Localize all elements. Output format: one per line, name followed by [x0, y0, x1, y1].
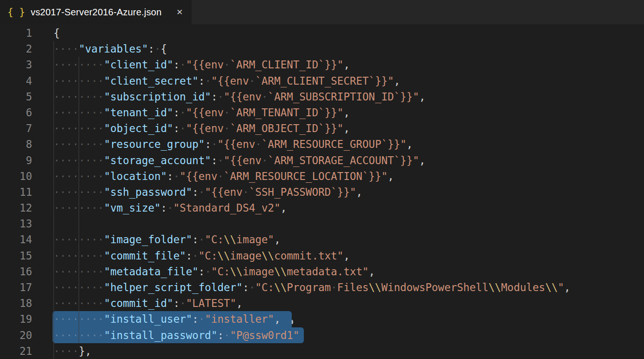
code-line[interactable]: 12········"vm_size":·"Standard_DS4_v2",: [0, 200, 644, 216]
token-string: "LATEST": [186, 297, 236, 309]
token-punctuation: ,: [356, 186, 362, 198]
line-number[interactable]: 4: [0, 73, 32, 89]
token-string: "{{env: [205, 186, 242, 198]
code-line[interactable]: 9········"storage_account":·"{{env·`ARM_…: [0, 153, 644, 168]
code-line[interactable]: 14········"image_folder":·"C:\\image",: [0, 232, 644, 247]
json-file-icon: { }: [7, 7, 25, 18]
line-number[interactable]: 11: [0, 184, 32, 200]
token-string: metadata.txt": [287, 266, 369, 278]
code-line-content[interactable]: ········"commit_id":·"LATEST",: [54, 295, 644, 311]
line-number[interactable]: 5: [0, 89, 32, 105]
code-line[interactable]: 1{: [0, 25, 644, 41]
token-punctuation: ,: [407, 138, 413, 150]
token-escape: \\: [545, 281, 558, 293]
token-whitespace: ·: [205, 266, 211, 278]
code-line[interactable]: 15········"commit_file":·"C:\\image\\com…: [0, 248, 644, 264]
code-line[interactable]: 18········"commit_id":·"LATEST",: [0, 295, 644, 311]
token-string: "{{env: [186, 59, 223, 71]
token-whitespace: ·: [249, 281, 255, 293]
line-number[interactable]: 9: [0, 153, 32, 168]
tab-close-icon[interactable]: ✕: [174, 7, 185, 18]
token-punctuation: ,: [343, 106, 350, 119]
code-line-content[interactable]: ········"image_folder":·"C:\\image",: [54, 232, 644, 247]
code-line[interactable]: 20········"install_password":·"P@ssw0rd1…: [0, 327, 644, 343]
line-number[interactable]: 13: [0, 216, 32, 232]
code-line[interactable]: 3········"client_id":·"{{env·`ARM_CLIENT…: [0, 57, 644, 73]
code-line-content[interactable]: ········"object_id":·"{{env·`ARM_OBJECT_…: [54, 120, 644, 136]
line-number[interactable]: 6: [0, 105, 32, 120]
token-whitespace: ·: [262, 91, 268, 103]
code-line[interactable]: 2····"variables":·{: [0, 41, 644, 57]
code-line[interactable]: 11········"ssh_password":·"{{env·`SSH_PA…: [0, 184, 644, 200]
line-number[interactable]: 10: [0, 168, 32, 184]
line-number[interactable]: 1: [0, 25, 32, 41]
code-line-content[interactable]: ····},: [54, 343, 644, 359]
code-line-content[interactable]: ········"metadata_file":·"C:\\image\\met…: [54, 264, 644, 279]
token-key: "resource_group": [104, 138, 205, 150]
code-line-content[interactable]: ········"tenant_id":·"{{env·`ARM_TENANT_…: [54, 105, 644, 120]
code-line[interactable]: 13: [0, 216, 644, 232]
code-line[interactable]: 21····},: [0, 343, 644, 359]
code-line-content[interactable]: ········"vm_size":·"Standard_DS4_v2",: [54, 200, 644, 216]
line-number[interactable]: 7: [0, 120, 32, 136]
line-number[interactable]: 3: [0, 57, 32, 73]
code-line[interactable]: 4········"client_secret":·"{{env·`ARM_CL…: [0, 73, 644, 89]
code-line[interactable]: 8········"resource_group":·"{{env·`ARM_R…: [0, 136, 644, 152]
line-number[interactable]: 12: [0, 200, 32, 216]
code-line[interactable]: 19········"install_user":·"installer",: [0, 311, 644, 327]
code-line-content[interactable]: ········"client_secret":·"{{env·`ARM_CLI…: [54, 73, 644, 89]
token-whitespace: ····: [54, 43, 79, 55]
code-line-content[interactable]: ········"commit_file":·"C:\\image\\commi…: [54, 248, 644, 264]
token-punctuation: :: [173, 106, 180, 119]
code-line[interactable]: 16········"metadata_file":·"C:\\image\\m…: [0, 264, 644, 279]
code-line-content[interactable]: [54, 216, 644, 232]
line-number[interactable]: 17: [0, 279, 32, 295]
token-punctuation: ,: [564, 281, 570, 293]
token-whitespace: ·: [199, 233, 205, 246]
code-line-content[interactable]: ········"storage_account":·"{{env·`ARM_S…: [54, 153, 644, 168]
code-line-content[interactable]: ········"subscription_id":·"{{env·`ARM_S…: [54, 89, 644, 105]
token-whitespace: ·: [192, 250, 199, 262]
line-number[interactable]: 18: [0, 295, 32, 311]
line-number[interactable]: 20: [0, 327, 32, 343]
token-punctuation: :: [211, 154, 218, 166]
code-line-content[interactable]: ········"helper_script_folder":·"C:\\Pro…: [54, 279, 644, 295]
token-string: "{{env: [224, 154, 262, 166]
code-line[interactable]: 10········"location":·"{{env·`ARM_RESOUR…: [0, 168, 644, 184]
code-line-content[interactable]: ········"client_id":·"{{env·`ARM_CLIENT_…: [54, 57, 644, 73]
code-line-content[interactable]: ····"variables":·{: [54, 41, 644, 57]
code-line[interactable]: 5········"subscription_id":·"{{env·`ARM_…: [0, 89, 644, 105]
code-line-content[interactable]: ········"location":·"{{env·`ARM_RESOURCE…: [54, 168, 644, 184]
token-whitespace: ·: [224, 122, 230, 134]
code-line-content[interactable]: ········"ssh_password":·"{{env·`SSH_PASS…: [54, 184, 644, 200]
editor[interactable]: 1{2····"variables":·{3········"client_id…: [0, 24, 644, 359]
token-punctuation: {: [54, 27, 60, 39]
line-number[interactable]: 15: [0, 248, 32, 264]
token-key: "install_password": [104, 329, 217, 341]
token-whitespace: ·: [242, 186, 249, 198]
line-number[interactable]: 2: [0, 41, 32, 57]
tab-title: vs2017-Server2016-Azure.json: [31, 7, 169, 18]
token-punctuation: ,: [394, 75, 401, 87]
line-number[interactable]: 8: [0, 136, 32, 152]
code-line-content[interactable]: ········"install_password":·"P@ssw0rd1": [54, 327, 644, 343]
code-line-content[interactable]: ········"resource_group":·"{{env·`ARM_RE…: [54, 136, 644, 152]
code-line[interactable]: 17········"helper_script_folder":·"C:\\P…: [0, 279, 644, 295]
token-string: image": [236, 233, 274, 246]
line-number[interactable]: 16: [0, 264, 32, 279]
token-whitespace: ·: [154, 43, 161, 55]
code-line-content[interactable]: ········"install_user":·"installer",: [54, 311, 644, 327]
token-whitespace: ·: [217, 91, 224, 103]
token-whitespace: ·: [205, 75, 211, 87]
line-number[interactable]: 19: [0, 311, 32, 327]
token-whitespace: ·: [224, 59, 230, 71]
token-string: Program: [287, 281, 331, 293]
token-string: `ARM_SUBSCRIPTION_ID`}}": [268, 91, 419, 103]
line-number[interactable]: 21: [0, 343, 32, 359]
code-line-content[interactable]: {: [54, 25, 644, 41]
code-line[interactable]: 6········"tenant_id":·"{{env·`ARM_TENANT…: [0, 105, 644, 120]
token-string: `ARM_RESOURCE_GROUP`}}": [262, 138, 407, 150]
tab-vs2017-server2016-azure[interactable]: { } vs2017-Server2016-Azure.json ✕: [0, 0, 192, 24]
line-number[interactable]: 14: [0, 232, 32, 247]
code-line[interactable]: 7········"object_id":·"{{env·`ARM_OBJECT…: [0, 120, 644, 136]
